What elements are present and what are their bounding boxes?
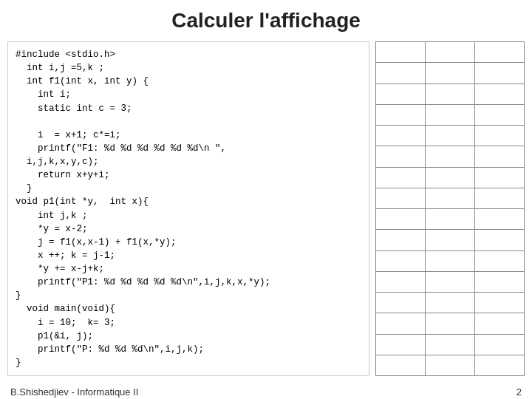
table-cell bbox=[475, 126, 525, 146]
table-cell bbox=[475, 230, 525, 250]
content-area: #include <stdio.h> int i,j =5,k ; int f1… bbox=[0, 41, 532, 383]
table-cell bbox=[475, 271, 525, 292]
table-cell bbox=[426, 250, 475, 271]
table-cell bbox=[475, 83, 525, 104]
table-cell bbox=[426, 271, 475, 292]
table-cell bbox=[475, 250, 525, 271]
table-cell bbox=[475, 63, 525, 83]
table-cell bbox=[475, 42, 525, 63]
table-cell bbox=[426, 63, 475, 83]
table-cell bbox=[475, 146, 525, 167]
table-cell bbox=[376, 104, 426, 125]
table-cell bbox=[376, 230, 426, 250]
table-cell bbox=[376, 209, 426, 230]
table-cell bbox=[426, 313, 475, 334]
table-panel bbox=[375, 41, 525, 376]
table-cell bbox=[376, 271, 426, 292]
slide-title: Calculer l'affichage bbox=[0, 0, 532, 37]
slide-container: Calculer l'affichage #include <stdio.h> … bbox=[0, 0, 532, 399]
table-cell bbox=[475, 355, 525, 375]
table-cell bbox=[376, 167, 426, 188]
table-cell bbox=[376, 355, 426, 375]
table-cell bbox=[376, 83, 426, 104]
table-cell bbox=[426, 42, 475, 63]
table-cell bbox=[426, 167, 475, 188]
table-cell bbox=[426, 293, 475, 313]
table-cell bbox=[426, 146, 475, 167]
table-cell bbox=[426, 188, 475, 208]
table-cell bbox=[475, 188, 525, 208]
table-cell bbox=[426, 104, 475, 125]
table-cell bbox=[475, 334, 525, 355]
table-cell bbox=[376, 146, 426, 167]
table-cell bbox=[376, 334, 426, 355]
table-cell bbox=[376, 313, 426, 334]
table-cell bbox=[376, 250, 426, 271]
table-cell bbox=[475, 209, 525, 230]
table-cell bbox=[426, 209, 475, 230]
table-cell bbox=[376, 293, 426, 313]
table-cell bbox=[426, 355, 475, 375]
table-cell bbox=[475, 104, 525, 125]
table-cell bbox=[376, 188, 426, 208]
table-cell bbox=[426, 230, 475, 250]
table-cell bbox=[475, 313, 525, 334]
footer-label: B.Shishedjiev - Informatique II bbox=[10, 386, 138, 398]
table-cell bbox=[475, 167, 525, 188]
table-cell bbox=[426, 83, 475, 104]
table-cell bbox=[475, 293, 525, 313]
code-panel: #include <stdio.h> int i,j =5,k ; int f1… bbox=[7, 41, 369, 376]
table-cell bbox=[426, 126, 475, 146]
page-number: 2 bbox=[516, 386, 522, 398]
grid-table bbox=[375, 41, 525, 376]
table-cell bbox=[376, 126, 426, 146]
footer-area: B.Shishedjiev - Informatique II 2 bbox=[0, 383, 532, 399]
table-cell bbox=[426, 334, 475, 355]
table-cell bbox=[376, 63, 426, 83]
table-cell bbox=[376, 42, 426, 63]
